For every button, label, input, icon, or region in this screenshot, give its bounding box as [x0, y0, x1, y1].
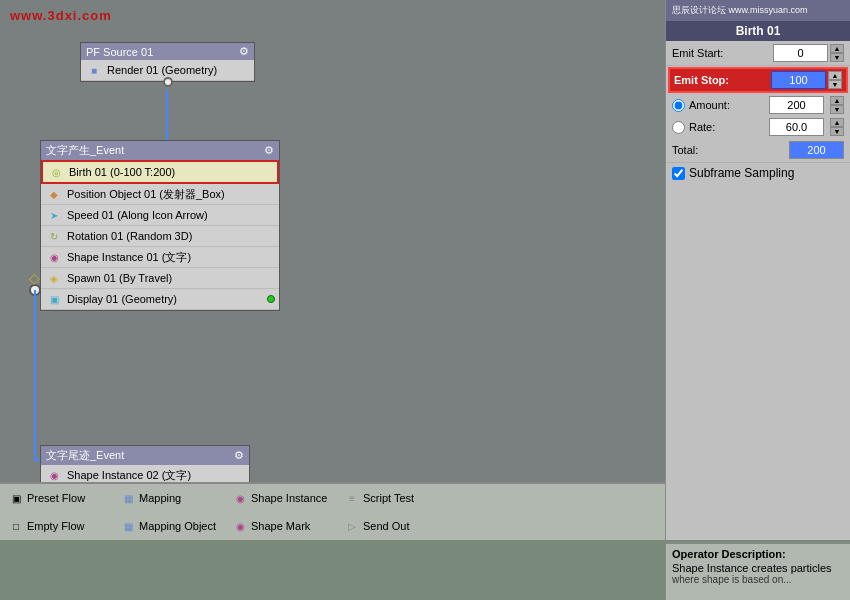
preset-flow-icon: ▣: [8, 491, 24, 505]
subframe-sampling-label: Subframe Sampling: [689, 166, 794, 180]
empty-flow-label: Empty Flow: [27, 520, 84, 532]
amount-row: Amount: ▲ ▼: [666, 94, 850, 116]
toolbar-row-1: ▣ Preset Flow Mapping Shape Instance Scr…: [0, 484, 665, 512]
watermark: www.3dxi.com: [10, 8, 112, 23]
event-box-1-header: 文字产生_Event ⚙: [41, 141, 279, 160]
mapping-object-icon: [120, 519, 136, 533]
speed-icon: [45, 207, 63, 223]
script-test-label: Script Test: [363, 492, 414, 504]
shape-mark-icon: [232, 519, 248, 533]
emit-start-label: Emit Start:: [672, 47, 773, 59]
position-node[interactable]: Position Object 01 (发射器_Box): [41, 184, 279, 205]
emit-start-down[interactable]: ▼: [830, 53, 844, 62]
description-area: Operator Description: Shape Instance cre…: [665, 542, 850, 600]
right-panel-header: 思辰设计论坛 www.missyuan.com: [666, 0, 850, 21]
event-box-1-gear[interactable]: ⚙: [264, 144, 274, 157]
rotation-icon: [45, 228, 63, 244]
display-1-icon: [45, 291, 63, 307]
canvas-area: www.3dxi.com PF Source 01 ⚙ Render 01 (G…: [0, 0, 665, 540]
empty-flow-button[interactable]: □ Empty Flow: [8, 519, 108, 533]
description-title: Operator Description:: [672, 548, 844, 560]
toolbar-row-2: □ Empty Flow Mapping Object Shape Mark S…: [0, 512, 665, 540]
shape-mark-button[interactable]: Shape Mark: [232, 519, 332, 533]
amount-down[interactable]: ▼: [830, 105, 844, 114]
rate-label: Rate:: [689, 121, 769, 133]
emit-start-input[interactable]: [773, 44, 828, 62]
render-label: Render 01 (Geometry): [107, 64, 217, 76]
birth-node[interactable]: Birth 01 (0-100 T:200): [41, 160, 279, 184]
spawn-icon: [45, 270, 63, 286]
speed-node[interactable]: Speed 01 (Along Icon Arrow): [41, 205, 279, 226]
emit-stop-input[interactable]: [771, 71, 826, 89]
shape-instance-2-label: Shape Instance 02 (文字): [67, 468, 191, 483]
emit-start-spinner[interactable]: ▲ ▼: [830, 44, 844, 62]
pf-source-header: PF Source 01 ⚙: [81, 43, 254, 60]
pf-source-gear[interactable]: ⚙: [239, 45, 249, 58]
rate-input[interactable]: [769, 118, 824, 136]
display-1-node[interactable]: Display 01 (Geometry): [41, 289, 279, 310]
total-label: Total:: [672, 144, 789, 156]
emit-start-row: Emit Start: ▲ ▼: [666, 41, 850, 66]
bottom-toolbar: ▣ Preset Flow Mapping Shape Instance Scr…: [0, 482, 665, 540]
display-1-green-dot: [267, 295, 275, 303]
spawn-left-connector: ◇: [29, 270, 40, 286]
emit-stop-spinner[interactable]: ▲ ▼: [828, 71, 842, 89]
send-out-label: Send Out: [363, 520, 409, 532]
rate-spinner[interactable]: ▲ ▼: [830, 118, 844, 136]
birth-title: Birth 01: [666, 21, 850, 41]
speed-label: Speed 01 (Along Icon Arrow): [67, 209, 208, 221]
script-test-button[interactable]: Script Test: [344, 491, 444, 505]
mapping-button[interactable]: Mapping: [120, 491, 220, 505]
rate-row: Rate: ▲ ▼: [666, 116, 850, 138]
emit-start-up[interactable]: ▲: [830, 44, 844, 53]
shape-instance-toolbar-label: Shape Instance: [251, 492, 327, 504]
birth-icon: [47, 164, 65, 180]
amount-up[interactable]: ▲: [830, 96, 844, 105]
event-box-1-title: 文字产生_Event: [46, 143, 124, 158]
mapping-icon: [120, 491, 136, 505]
shape-instance-1-node[interactable]: Shape Instance 01 (文字): [41, 247, 279, 268]
event-box-2-gear[interactable]: ⚙: [234, 449, 244, 462]
amount-spinner[interactable]: ▲ ▼: [830, 96, 844, 114]
svg-point-1: [30, 285, 40, 295]
preset-flow-label: Preset Flow: [27, 492, 85, 504]
rate-up[interactable]: ▲: [830, 118, 844, 127]
rate-down[interactable]: ▼: [830, 127, 844, 136]
total-row: Total:: [666, 138, 850, 163]
shape-instance-button[interactable]: Shape Instance: [232, 491, 332, 505]
camera-icon: [85, 62, 103, 78]
rotation-node[interactable]: Rotation 01 (Random 3D): [41, 226, 279, 247]
subframe-sampling-row: Subframe Sampling: [666, 163, 850, 183]
description-text: Shape Instance creates particles: [672, 562, 844, 574]
empty-flow-icon: □: [8, 519, 24, 533]
script-test-icon: [344, 491, 360, 505]
amount-radio[interactable]: [672, 99, 685, 112]
event-box-2-title: 文字尾迹_Event: [46, 448, 124, 463]
pf-source-bottom-connector: [163, 77, 173, 87]
event-box-2-header: 文字尾迹_Event ⚙: [41, 446, 249, 465]
right-panel: 思辰设计论坛 www.missyuan.com Birth 01 Emit St…: [665, 0, 850, 540]
display-1-label: Display 01 (Geometry): [67, 293, 177, 305]
preset-flow-button[interactable]: ▣ Preset Flow: [8, 491, 108, 505]
position-label: Position Object 01 (发射器_Box): [67, 187, 225, 202]
send-out-button[interactable]: Send Out: [344, 519, 444, 533]
amount-input[interactable]: [769, 96, 824, 114]
spawn-node[interactable]: ◇ Spawn 01 (By Travel): [41, 268, 279, 289]
emit-stop-up[interactable]: ▲: [828, 71, 842, 80]
shape-instance-1-icon: [45, 249, 63, 265]
shape-instance-1-label: Shape Instance 01 (文字): [67, 250, 191, 265]
shape-instance-2-icon: [45, 467, 63, 483]
shape-instance-toolbar-icon: [232, 491, 248, 505]
total-input[interactable]: [789, 141, 844, 159]
mapping-object-button[interactable]: Mapping Object: [120, 519, 220, 533]
forum-label: 思辰设计论坛 www.missyuan.com: [672, 4, 808, 17]
event-box-1: 文字产生_Event ⚙ Birth 01 (0-100 T:200) Posi…: [40, 140, 280, 311]
subframe-sampling-checkbox[interactable]: [672, 167, 685, 180]
description-text-2: where shape is based on...: [672, 574, 844, 585]
emit-stop-row: Emit Stop: ▲ ▼: [668, 67, 848, 93]
send-out-icon: [344, 519, 360, 533]
emit-stop-down[interactable]: ▼: [828, 80, 842, 89]
mapping-object-label: Mapping Object: [139, 520, 216, 532]
rate-radio[interactable]: [672, 121, 685, 134]
shape-mark-label: Shape Mark: [251, 520, 310, 532]
